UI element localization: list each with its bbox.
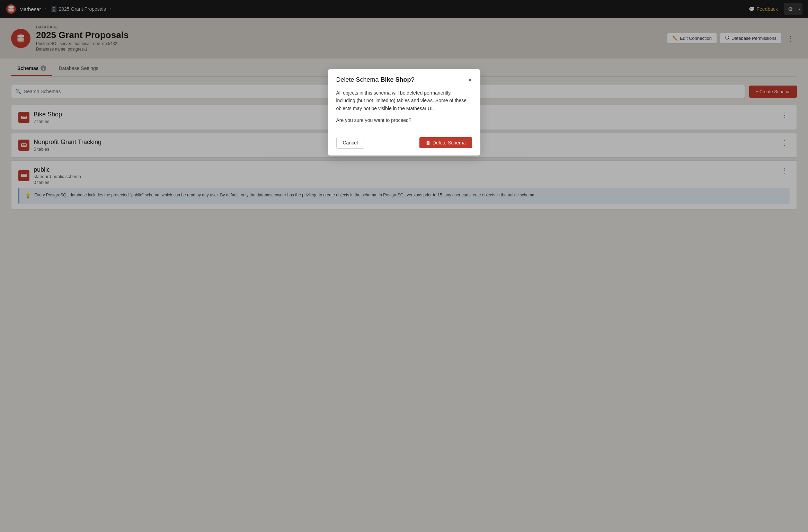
modal-close-button[interactable]: ×	[468, 77, 472, 83]
modal-title-prefix: Delete Schema	[336, 76, 381, 83]
delete-schema-button[interactable]: 🗑 Delete Schema	[419, 137, 472, 148]
modal-body: All objects in this schema will be delet…	[328, 89, 480, 131]
cancel-button[interactable]: Cancel	[336, 137, 365, 149]
modal-title: Delete Schema Bike Shop?	[336, 76, 415, 83]
modal-title-schema: Bike Shop	[381, 76, 411, 83]
modal-header: Delete Schema Bike Shop? ×	[328, 69, 480, 89]
trash-icon: 🗑	[426, 140, 430, 145]
modal-body-text-1: All objects in this schema will be delet…	[336, 89, 472, 112]
modal-overlay[interactable]: Delete Schema Bike Shop? × All objects i…	[0, 0, 808, 532]
modal-footer: Cancel 🗑 Delete Schema	[328, 131, 480, 156]
delete-schema-modal: Delete Schema Bike Shop? × All objects i…	[328, 69, 480, 156]
modal-body-text-2: Are you sure you want to proceed?	[336, 116, 472, 124]
modal-title-suffix: ?	[411, 76, 415, 83]
delete-schema-label: Delete Schema	[433, 140, 466, 145]
